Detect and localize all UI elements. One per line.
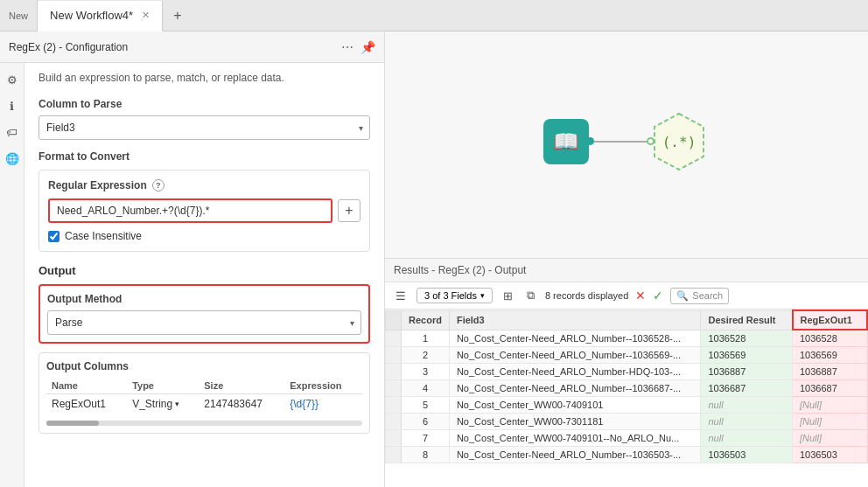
row-gutter [386,380,402,397]
record-header[interactable]: Record [402,310,450,330]
tab-add-button[interactable]: + [163,8,192,24]
oc-type: V_String ▾ [127,394,199,414]
results-title: Results - RegEx (2) - Output [394,264,526,276]
connector-dot-left [586,137,594,145]
clear-button[interactable]: ✕ [635,289,646,303]
search-icon: 🔍 [676,290,689,302]
row-gutter [386,364,402,380]
list-icon[interactable]: ☰ [392,288,410,304]
cell-field3: No_Cost_Center-Need_ARLO_Number--1036687… [449,380,701,397]
regex-help-icon[interactable]: ? [152,179,164,191]
output-method-wrapper: Parse ▾ [47,310,361,335]
cell-regexout: [Null] [793,397,868,414]
cell-field3: No_Cost_Center-Need_ARLO_Number--1036528… [449,330,701,347]
results-table: Record Field3 Desired Result RegExOut1 1… [385,310,868,463]
cell-field3: No_Cost_Center-Need_ARLO_Number-HDQ-103-… [449,364,701,380]
cell-regexout: 1036887 [793,364,868,380]
cell-desired: 1036503 [701,447,793,463]
description-text: Build an expression to parse, match, or … [38,72,370,84]
main-area: RegEx (2) - Configuration ⋯ 📌 ⚙ ℹ 🏷 🌐 Bu… [0,31,868,487]
tab-workflow-label: New Workflow4* [50,9,133,22]
regex-node[interactable]: (.*) [653,112,705,174]
oc-size: 2147483647 [199,394,284,414]
output-columns-box: Output Columns Name Type Size Expression [38,352,370,434]
case-insensitive-checkbox[interactable] [48,231,60,242]
records-count: 8 records displayed [545,290,628,301]
cell-desired: null [701,397,793,414]
column-to-parse-label: Column to Parse [38,98,370,110]
row-gutter [386,430,402,447]
output-method-label: Output Method [47,293,361,305]
regex-label: Regular Expression [48,179,147,191]
regex-input-row: + [48,198,360,223]
cell-regexout: [Null] [793,414,868,430]
fields-count-text: 3 of 3 Fields [424,290,477,301]
column-to-parse-select[interactable]: Field3 [38,115,370,140]
fields-chevron-icon: ▾ [480,291,485,300]
search-box[interactable]: 🔍 Search [670,288,729,304]
cell-record: 2 [402,347,450,364]
output-title: Output [38,264,370,277]
case-insensitive-row: Case Insensitive [48,230,360,242]
info-icon[interactable]: ℹ [3,96,22,115]
regex-add-button[interactable]: + [338,199,360,222]
format-to-convert-label: Format to Convert [38,150,370,163]
cell-desired: 1036687 [701,380,793,397]
results-table-wrap[interactable]: Record Field3 Desired Result RegExOut1 1… [385,310,868,487]
tag-icon[interactable]: 🏷 [3,122,22,142]
horizontal-scrollbar[interactable] [46,421,362,426]
table-row: 1No_Cost_Center-Need_ARLO_Number--103652… [386,330,868,347]
table-row: 5No_Cost_Center_WW00-7409101null[Null] [386,397,868,414]
type-chevron-icon[interactable]: ▾ [175,400,179,408]
fields-badge[interactable]: 3 of 3 Fields ▾ [416,288,493,303]
cell-field3: No_Cost_Center_WW00-7409101 [449,397,701,414]
row-gutter [386,347,402,364]
region-text: New [9,10,28,21]
cell-regexout: 1036569 [793,347,868,364]
cell-regexout: 1036503 [793,447,868,463]
cell-record: 8 [402,447,450,463]
output-column-row: RegExOut1 V_String ▾ 2147483647 {\d{7}} [46,394,362,414]
pin-icon[interactable]: 📌 [360,40,375,54]
desired-result-header[interactable]: Desired Result [701,310,793,330]
output-method-box: Output Method Parse ▾ [38,284,370,344]
cell-desired: 1036569 [701,347,793,364]
left-panel-content: Build an expression to parse, match, or … [24,63,384,487]
col-name-header: Name [46,378,127,394]
cell-field3: No_Cost_Center-Need_ARLO_Number--1036503… [449,447,701,463]
reader-node[interactable]: 📖 [543,119,589,164]
confirm-button[interactable]: ✓ [653,289,663,303]
cell-field3: No_Cost_Center-Need_ARLO_Number--1036569… [449,347,701,364]
cell-desired: null [701,414,793,430]
field3-header[interactable]: Field3 [449,310,701,330]
copy-icon[interactable]: ⧉ [523,287,538,304]
gutter-header [386,310,402,330]
regex-section-box: Regular Expression ? + Case Insensitive [38,170,370,252]
cell-record: 5 [402,397,450,414]
tab-bar: New New Workflow4* ✕ + [0,0,868,31]
results-area: Results - RegEx (2) - Output ☰ 3 of 3 Fi… [385,259,868,487]
left-panel-actions: ⋯ 📌 [341,40,375,54]
canvas-area: 📖 (.*) [385,31,868,259]
tab-close-icon[interactable]: ✕ [142,10,150,21]
oc-expression[interactable]: {\d{7}} [284,394,362,414]
left-panel: RegEx (2) - Configuration ⋯ 📌 ⚙ ℹ 🏷 🌐 Bu… [0,31,385,487]
scrollbar-thumb [46,421,99,426]
regex-title-row: Regular Expression ? [48,179,360,191]
tab-workflow[interactable]: New Workflow4* ✕ [38,1,163,31]
table-row: 4No_Cost_Center-Need_ARLO_Number--103668… [386,380,868,397]
regex-input-field[interactable] [48,198,332,223]
grid-icon[interactable]: ⊞ [500,288,516,304]
settings-icon[interactable]: ⚙ [3,70,22,89]
ellipsis-icon[interactable]: ⋯ [341,40,354,54]
cell-desired: 1036887 [701,364,793,380]
col-type-header: Type [127,378,199,394]
workflow-canvas: 📖 (.*) [517,101,736,189]
app-region-label: New [0,0,38,31]
regexout1-header[interactable]: RegExOut1 [793,310,868,330]
results-header: Results - RegEx (2) - Output [385,259,868,282]
output-method-select[interactable]: Parse [47,310,361,335]
cell-regexout: 1036687 [793,380,868,397]
globe-icon[interactable]: 🌐 [3,149,22,168]
connector-line [589,141,648,143]
